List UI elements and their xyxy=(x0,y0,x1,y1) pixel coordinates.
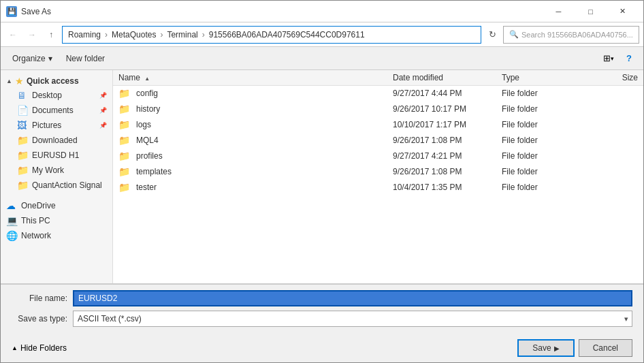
toolbar: Organize ▾ New folder ⊞ ▾ ? xyxy=(1,47,643,70)
path-metaquotes: MetaQuotes xyxy=(112,30,156,40)
organize-button[interactable]: Organize ▾ xyxy=(6,50,59,67)
hide-folders-label: Hide Folders xyxy=(20,343,67,353)
save-button[interactable]: Save ▶ xyxy=(517,339,574,357)
filetype-profiles: File folder xyxy=(502,151,583,161)
dialog-title: Save As xyxy=(21,7,543,16)
pin-icon: 📌 xyxy=(99,92,107,99)
new-folder-label: New folder xyxy=(66,54,105,63)
back-button[interactable]: ← xyxy=(5,27,21,43)
hide-folders-row[interactable]: ▲ Hide Folders xyxy=(12,343,67,353)
network-icon: 🌐 xyxy=(6,230,17,241)
new-folder-button[interactable]: New folder xyxy=(60,50,111,67)
refresh-button[interactable]: ↻ xyxy=(484,27,500,43)
organize-label: Organize xyxy=(12,54,46,63)
minimize-button[interactable]: ─ xyxy=(543,1,574,22)
filedate-tester: 10/4/2017 1:35 PM xyxy=(393,183,502,192)
file-row-tester[interactable]: 📁 tester 10/4/2017 1:35 PM File folder xyxy=(113,180,643,195)
sidebar-item-pictures[interactable]: 🖼 Pictures 📌 xyxy=(1,118,112,133)
up-button[interactable]: ↑ xyxy=(43,27,59,43)
sidebar-item-pictures-label: Pictures xyxy=(32,121,95,130)
forward-button[interactable]: → xyxy=(24,27,40,43)
filename-mql4: MQL4 xyxy=(136,136,393,145)
folder-icon-templates: 📁 xyxy=(118,166,132,177)
filedate-config: 9/27/2017 4:44 PM xyxy=(393,89,502,98)
sidebar-item-eurusd-label: EURUSD H1 xyxy=(32,151,107,160)
sidebar-item-desktop[interactable]: 🖥 Desktop 📌 xyxy=(1,88,112,103)
sidebar-item-onedrive[interactable]: ☁ OneDrive xyxy=(1,198,112,213)
path-roaming: Roaming xyxy=(68,30,101,40)
savetype-label: Save as type: xyxy=(12,314,73,323)
sidebar-item-documents-label: Documents xyxy=(32,106,95,115)
file-list-header: Name ▲ Date modified Type Size xyxy=(113,70,643,86)
sidebar-item-mywork-label: My Work xyxy=(32,165,107,175)
filename-tester: tester xyxy=(136,183,393,192)
filedate-profiles: 9/27/2017 4:21 PM xyxy=(393,151,502,161)
sidebar-item-network-label: Network xyxy=(21,231,107,240)
main-content: ▲ ★ Quick access 🖥 Desktop 📌 📄 Documents… xyxy=(1,70,643,283)
path-terminal: Terminal xyxy=(167,30,197,40)
filedate-logs: 10/10/2017 1:17 PM xyxy=(393,120,502,129)
form-area: File name: Save as type: ASCII Text (*.c… xyxy=(1,284,643,336)
search-icon: 🔍 xyxy=(509,30,519,39)
quick-access-header[interactable]: ▲ ★ Quick access xyxy=(1,73,112,88)
eurusd-icon: 📁 xyxy=(17,150,28,161)
cancel-button[interactable]: Cancel xyxy=(579,339,632,357)
sidebar-item-eurusd[interactable]: 📁 EURUSD H1 xyxy=(1,148,112,163)
file-row-mql4[interactable]: 📁 MQL4 9/26/2017 1:08 PM File folder xyxy=(113,133,643,148)
quick-access-icon: ★ xyxy=(15,76,24,86)
pin-icon-docs: 📌 xyxy=(99,107,107,114)
path-terminal-id: 915566BA06ADA407569C544CC0D97611 xyxy=(209,30,365,40)
file-list: Name ▲ Date modified Type Size 📁 config … xyxy=(113,70,643,283)
cancel-label: Cancel xyxy=(593,343,618,353)
downloaded-icon: 📁 xyxy=(17,135,28,146)
save-arrow-icon: ▶ xyxy=(554,345,560,352)
filedate-templates: 9/26/2017 1:08 PM xyxy=(393,167,502,176)
help-button[interactable]: ? xyxy=(620,50,638,67)
folder-icon-mql4: 📁 xyxy=(118,135,132,146)
close-button[interactable]: ✕ xyxy=(607,1,638,22)
sidebar-item-thispc[interactable]: 💻 This PC xyxy=(1,213,112,228)
search-box[interactable]: 🔍 Search 915566BA06ADA40756... xyxy=(503,26,639,44)
file-row-history[interactable]: 📁 history 9/26/2017 10:17 PM File folder xyxy=(113,101,643,117)
file-row-logs[interactable]: 📁 logs 10/10/2017 1:17 PM File folder xyxy=(113,117,643,133)
maximize-button[interactable]: □ xyxy=(575,1,606,22)
file-row-profiles[interactable]: 📁 profiles 9/27/2017 4:21 PM File folder xyxy=(113,148,643,164)
column-name[interactable]: Name ▲ xyxy=(118,73,393,82)
thispc-icon: 💻 xyxy=(6,215,17,226)
dialog-buttons: Save ▶ Cancel xyxy=(517,339,632,357)
organize-arrow: ▾ xyxy=(48,54,52,63)
sidebar: ▲ ★ Quick access 🖥 Desktop 📌 📄 Documents… xyxy=(1,70,113,283)
sidebar-item-quantaction[interactable]: 📁 QuantAction Signal xyxy=(1,178,112,193)
quantaction-icon: 📁 xyxy=(17,180,28,191)
address-bar: ← → ↑ Roaming › MetaQuotes › Terminal › … xyxy=(1,22,643,47)
documents-icon: 📄 xyxy=(17,105,28,116)
column-size[interactable]: Size xyxy=(583,73,638,82)
filename-row: File name: xyxy=(12,290,632,306)
address-path[interactable]: Roaming › MetaQuotes › Terminal › 915566… xyxy=(62,26,481,44)
view-icon: ⊞ xyxy=(603,53,611,63)
help-icon: ? xyxy=(626,53,632,63)
filedate-mql4: 9/26/2017 1:08 PM xyxy=(393,136,502,145)
sidebar-item-network[interactable]: 🌐 Network xyxy=(1,228,112,243)
file-row-config[interactable]: 📁 config 9/27/2017 4:44 PM File folder xyxy=(113,86,643,101)
folder-icon-tester: 📁 xyxy=(118,182,132,193)
filename-input[interactable] xyxy=(73,290,632,306)
app-icon: 💾 xyxy=(6,6,17,17)
sidebar-item-downloaded[interactable]: 📁 Downloaded xyxy=(1,133,112,148)
sidebar-item-desktop-label: Desktop xyxy=(32,91,95,100)
mywork-icon: 📁 xyxy=(17,165,28,176)
bottom-panel: File name: Save as type: ASCII Text (*.c… xyxy=(1,283,643,362)
view-button[interactable]: ⊞ ▾ xyxy=(600,50,617,67)
column-type[interactable]: Type xyxy=(502,73,583,82)
file-row-templates[interactable]: 📁 templates 9/26/2017 1:08 PM File folde… xyxy=(113,164,643,180)
window-controls: ─ □ ✕ xyxy=(543,1,638,22)
title-bar: 💾 Save As ─ □ ✕ xyxy=(1,1,643,22)
folder-icon-config: 📁 xyxy=(118,88,132,99)
filename-templates: templates xyxy=(136,167,393,176)
sidebar-item-mywork[interactable]: 📁 My Work xyxy=(1,163,112,178)
sidebar-item-documents[interactable]: 📄 Documents 📌 xyxy=(1,103,112,118)
filedate-history: 9/26/2017 10:17 PM xyxy=(393,104,502,114)
savetype-select[interactable]: ASCII Text (*.csv) CSV (*.csv) All Files… xyxy=(73,311,632,327)
pictures-icon: 🖼 xyxy=(17,120,28,131)
column-date[interactable]: Date modified xyxy=(393,73,502,82)
